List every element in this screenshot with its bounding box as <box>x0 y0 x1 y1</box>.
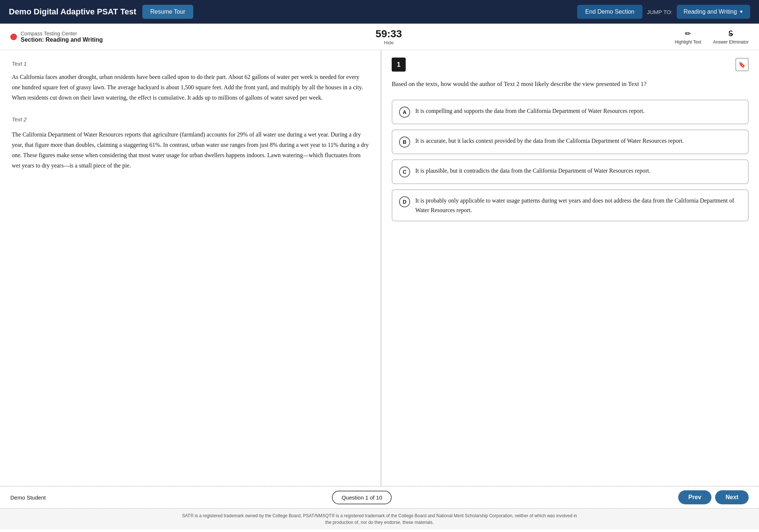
compass-dot-icon <box>10 34 17 40</box>
secondary-header: Compass Testing Center Section: Reading … <box>0 24 759 50</box>
text2-section: Text 2 The California Department of Wate… <box>12 115 369 171</box>
jump-to-value: Reading and Writing <box>683 8 737 15</box>
jump-to-label: JUMP TO: <box>647 9 672 15</box>
choice-letter-b: B <box>399 137 410 148</box>
section-label: Section: Reading and Writing <box>21 37 103 43</box>
end-demo-button[interactable]: End Demo Section <box>577 5 642 19</box>
bookmark-button[interactable]: 🔖 <box>735 58 749 71</box>
question-number-badge: 1 <box>392 58 406 72</box>
hide-timer-button[interactable]: Hide <box>375 40 402 45</box>
footer-text-2: the production of, nor do they endorse, … <box>7 519 752 526</box>
timer-display: 59:33 <box>375 28 402 40</box>
answer-eliminator-button[interactable]: S̶ Answer Eliminator <box>713 29 749 45</box>
resume-tour-button[interactable]: Resume Tour <box>142 5 194 19</box>
footer-text-1: SAT® is a registered trademark owned by … <box>7 512 752 519</box>
prev-button[interactable]: Prev <box>678 490 712 504</box>
org-name: Compass Testing Center <box>21 31 103 37</box>
top-nav: Demo Digital Adaptive PSAT Test Resume T… <box>0 0 759 24</box>
org-details: Compass Testing Center Section: Reading … <box>21 31 103 43</box>
app-title: Demo Digital Adaptive PSAT Test <box>9 7 136 17</box>
question-panel: 1 🔖 Based on the texts, how would the au… <box>381 50 759 486</box>
text2-label: Text 2 <box>12 115 369 124</box>
bottom-bar: Demo Student Question 1 of 10 Prev Next <box>0 486 759 508</box>
choice-text-a: It is compelling and supports the data f… <box>415 106 645 116</box>
chevron-down-icon: ▼ <box>739 9 744 14</box>
footer: SAT® is a registered trademark owned by … <box>0 508 759 529</box>
choice-letter-c: C <box>399 166 410 177</box>
choice-letter-a: A <box>399 107 410 118</box>
answer-choice-a[interactable]: A It is compelling and supports the data… <box>392 100 749 124</box>
top-nav-right: End Demo Section JUMP TO: Reading and Wr… <box>577 5 750 19</box>
nav-buttons: Prev Next <box>678 490 749 504</box>
highlight-text-label: Highlight Text <box>675 39 701 45</box>
text2-body: The California Department of Water Resou… <box>12 129 369 171</box>
question-counter: Question 1 of 10 <box>332 491 392 504</box>
choice-letter-d: D <box>399 196 410 207</box>
answer-choice-d[interactable]: D It is probably only applicable to wate… <box>392 189 749 221</box>
text1-body: As California faces another drought, urb… <box>12 72 369 103</box>
answer-choice-b[interactable]: B It is accurate, but it lacks context p… <box>392 129 749 154</box>
strikethrough-icon: S̶ <box>728 29 733 38</box>
jump-to-button[interactable]: Reading and Writing ▼ <box>677 5 750 19</box>
question-text: Based on the texts, how would the author… <box>392 79 749 89</box>
answer-eliminator-label: Answer Eliminator <box>713 39 749 45</box>
choice-text-d: It is probably only applicable to water … <box>415 196 741 215</box>
passage-panel: Text 1 As California faces another droug… <box>0 50 381 486</box>
pencil-icon: ✏ <box>685 29 691 38</box>
next-button[interactable]: Next <box>715 490 749 504</box>
tools-area: ✏ Highlight Text S̶ Answer Eliminator <box>675 29 749 45</box>
student-name: Demo Student <box>10 494 46 501</box>
org-section-info: Compass Testing Center Section: Reading … <box>10 31 103 43</box>
timer-area: 59:33 Hide <box>375 28 402 45</box>
top-nav-left: Demo Digital Adaptive PSAT Test Resume T… <box>9 5 193 19</box>
text1-label: Text 1 <box>12 61 369 67</box>
choice-text-c: It is plausible, but it contradicts the … <box>415 166 651 176</box>
main-content: Text 1 As California faces another droug… <box>0 50 759 486</box>
highlight-text-button[interactable]: ✏ Highlight Text <box>675 29 701 45</box>
answer-choice-c[interactable]: C It is plausible, but it contradicts th… <box>392 159 749 184</box>
choice-text-b: It is accurate, but it lacks context pro… <box>415 136 684 146</box>
question-header: 1 🔖 <box>392 58 749 72</box>
